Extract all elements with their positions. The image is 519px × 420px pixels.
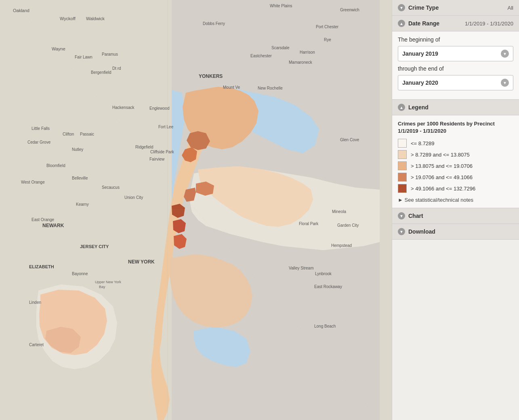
legend-swatch-1 xyxy=(398,150,407,159)
date-range-content: The beginning of January 2019 ▼ through … xyxy=(392,31,519,100)
svg-text:Harrison: Harrison xyxy=(300,50,315,54)
svg-text:Cedar Grove: Cedar Grove xyxy=(27,140,51,144)
legend-swatch-4 xyxy=(398,184,407,193)
svg-text:Greenwich: Greenwich xyxy=(340,8,359,12)
through-label: through the end of xyxy=(398,65,513,72)
svg-text:Mount Ve: Mount Ve xyxy=(223,85,240,90)
legend-swatch-3 xyxy=(398,173,407,182)
svg-text:JERSEY CITY: JERSEY CITY xyxy=(80,244,109,249)
svg-text:Paramus: Paramus xyxy=(102,52,118,56)
svg-text:Fairview: Fairview xyxy=(149,157,165,161)
through-dropdown-arrow: ▼ xyxy=(501,79,509,87)
download-chevron: ▼ xyxy=(398,228,405,235)
chart-chevron: ▼ xyxy=(398,212,405,219)
date-range-header[interactable]: ▲ Date Range 1/1/2019 - 1/31/2020 xyxy=(392,16,519,31)
beginning-dropdown[interactable]: January 2019 ▼ xyxy=(398,46,513,61)
svg-text:Scarsdale: Scarsdale xyxy=(271,46,290,50)
through-value: January 2020 xyxy=(402,79,438,86)
svg-text:East Rockaway: East Rockaway xyxy=(314,284,342,289)
svg-text:Rye: Rye xyxy=(324,38,331,42)
date-range-chevron: ▲ xyxy=(398,20,405,27)
date-range-value: 1/1/2019 - 1/31/2020 xyxy=(465,21,513,27)
legend-text-1: > 8.7289 and <= 13.8075 xyxy=(411,152,470,158)
svg-text:Ridgefield: Ridgefield xyxy=(135,145,153,149)
svg-text:New Rochelle: New Rochelle xyxy=(258,86,283,90)
svg-text:Englewood: Englewood xyxy=(149,106,169,111)
legend-item-2: > 13.8075 and <= 19.0706 xyxy=(398,161,513,170)
legend-header[interactable]: ▲ Legend xyxy=(392,100,519,115)
sidebar: ▼ Crime Type All ▲ Date Range 1/1/2019 -… xyxy=(392,0,519,420)
svg-text:Dt rd: Dt rd xyxy=(112,66,121,71)
svg-text:Bayonne: Bayonne xyxy=(72,272,88,276)
crime-type-chevron: ▼ xyxy=(398,4,405,11)
beginning-value: January 2019 xyxy=(402,50,438,57)
svg-text:Wayne: Wayne xyxy=(52,46,65,51)
legend-item-3: > 19.0706 and <= 49.1066 xyxy=(398,173,513,182)
legend-label: Legend xyxy=(408,104,429,111)
svg-text:East Orange: East Orange xyxy=(32,217,55,222)
svg-text:Long Beach: Long Beach xyxy=(314,324,336,328)
svg-text:YONKERS: YONKERS xyxy=(199,73,223,79)
legend-text-2: > 13.8075 and <= 19.0706 xyxy=(411,163,473,169)
svg-text:White Plains: White Plains xyxy=(270,4,292,8)
svg-text:Bay: Bay xyxy=(99,285,105,289)
legend-text-0: <= 8.7289 xyxy=(411,140,435,146)
svg-text:West Orange: West Orange xyxy=(21,180,45,184)
legend-item-1: > 8.7289 and <= 13.8075 xyxy=(398,150,513,159)
svg-text:ELIZABETH: ELIZABETH xyxy=(29,264,54,269)
chart-header[interactable]: ▼ Chart xyxy=(392,208,519,224)
legend-swatch-0 xyxy=(398,139,407,148)
legend-text-4: > 49.1066 and <= 132.7296 xyxy=(411,186,475,192)
svg-text:Dobbs Ferry: Dobbs Ferry xyxy=(203,21,225,26)
beginning-label: The beginning of xyxy=(398,36,513,43)
svg-text:Linden: Linden xyxy=(29,300,41,305)
svg-text:Garden City: Garden City xyxy=(337,223,359,228)
beginning-dropdown-arrow: ▼ xyxy=(501,50,509,58)
svg-text:Clifton: Clifton xyxy=(63,132,74,136)
download-header[interactable]: ▼ Download xyxy=(392,224,519,240)
svg-text:Floral Park: Floral Park xyxy=(299,221,319,226)
svg-text:Little Falls: Little Falls xyxy=(32,126,50,131)
svg-text:Passaic: Passaic xyxy=(80,132,94,136)
download-label: Download xyxy=(408,228,435,235)
svg-text:Mamaroneck: Mamaroneck xyxy=(289,60,313,65)
legend-item-4: > 49.1066 and <= 132.7296 xyxy=(398,184,513,193)
legend-chevron: ▲ xyxy=(398,104,405,111)
svg-text:Eastchester: Eastchester xyxy=(250,54,272,58)
svg-text:Wyckoff: Wyckoff xyxy=(60,16,76,21)
svg-text:Port Chester: Port Chester xyxy=(316,25,339,29)
svg-text:Secaucus: Secaucus xyxy=(102,185,120,190)
svg-text:Fair Lawn: Fair Lawn xyxy=(75,55,92,59)
svg-text:Hempstead: Hempstead xyxy=(331,243,352,248)
svg-text:Glen Cove: Glen Cove xyxy=(340,138,359,142)
crime-type-value: All xyxy=(508,5,513,11)
svg-text:Valley Stream: Valley Stream xyxy=(289,266,314,270)
svg-text:Lynbrook: Lynbrook xyxy=(315,272,332,276)
through-dropdown[interactable]: January 2020 ▼ xyxy=(398,75,513,90)
svg-text:Waldwick: Waldwick xyxy=(86,16,105,21)
svg-text:Cliffside Park: Cliffside Park xyxy=(150,150,174,154)
svg-text:Fort Lee: Fort Lee xyxy=(158,125,174,129)
legend-items: <= 8.7289 > 8.7289 and <= 13.8075 > 13.8… xyxy=(398,139,513,193)
map-area: Oakland Wyckoff Waldwick Wayne Fair Lawn… xyxy=(0,0,392,420)
chart-label: Chart xyxy=(408,213,423,219)
svg-text:NEW YORK: NEW YORK xyxy=(128,259,155,265)
svg-text:Bergenfield: Bergenfield xyxy=(91,70,111,75)
legend-title: Crimes per 1000 Residents by Precinct 1/… xyxy=(398,120,513,135)
svg-text:Hackensack: Hackensack xyxy=(112,105,134,110)
stat-notes-link[interactable]: ► See statistical/technical notes xyxy=(398,197,513,203)
svg-text:NEWARK: NEWARK xyxy=(42,223,64,228)
svg-text:Bloomfield: Bloomfield xyxy=(46,163,65,168)
date-range-label: Date Range xyxy=(408,20,439,27)
legend-content: Crimes per 1000 Residents by Precinct 1/… xyxy=(392,115,519,208)
legend-item-0: <= 8.7289 xyxy=(398,139,513,148)
legend-swatch-2 xyxy=(398,161,407,170)
svg-text:Mineola: Mineola xyxy=(332,209,346,214)
svg-text:Kearny: Kearny xyxy=(76,202,89,207)
svg-text:Upper New York: Upper New York xyxy=(95,280,122,284)
svg-text:Union City: Union City xyxy=(124,195,143,200)
crime-type-header[interactable]: ▼ Crime Type All xyxy=(392,0,519,16)
legend-text-3: > 19.0706 and <= 49.1066 xyxy=(411,174,473,180)
crime-type-label: Crime Type xyxy=(408,4,439,11)
svg-text:Belleville: Belleville xyxy=(72,176,88,180)
